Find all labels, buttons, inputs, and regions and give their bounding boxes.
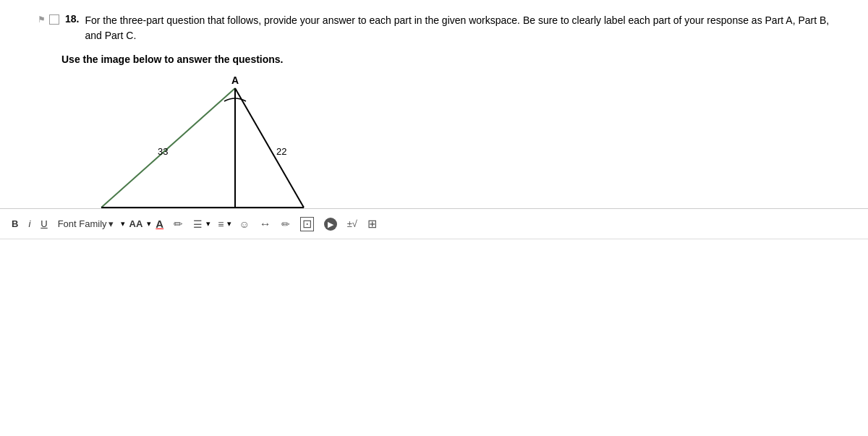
question-text: For the three-part question that follows…: [85, 13, 846, 43]
emoji-icon: ☺: [239, 218, 249, 230]
question-area: ⚑ 18. For the three-part question that f…: [0, 0, 868, 208]
svg-line-1: [235, 88, 304, 208]
align-left-button[interactable]: ☰: [190, 217, 205, 231]
side-ac-label: 22: [276, 146, 286, 157]
workspace-area[interactable]: [0, 239, 868, 436]
align-left-arrow: ▾: [206, 219, 210, 228]
font-size-group: ▾ AA ▾ A: [121, 216, 167, 231]
pencil2-icon: ✏: [281, 218, 290, 230]
triangle-figure: A B C D 33 22 x 4: [80, 74, 326, 208]
flag-icon[interactable]: ⚑: [36, 14, 46, 25]
triangle-svg: A B C D 33 22 x 4: [80, 74, 326, 208]
play-icon: ▶: [324, 218, 337, 231]
main-container: ⚑ 18. For the three-part question that f…: [0, 0, 868, 436]
underline-button[interactable]: U: [38, 217, 50, 231]
image-icon: ⊡: [300, 217, 314, 231]
font-size-arrow2-icon: ▾: [147, 219, 151, 228]
image-button[interactable]: ⊡: [297, 215, 317, 233]
use-image-text: Use the image below to answer the questi…: [61, 54, 846, 65]
link-icon: ↔: [260, 218, 271, 231]
font-family-arrow-icon: ▾: [109, 218, 114, 229]
font-color-button[interactable]: A: [153, 216, 166, 231]
play-button[interactable]: ▶: [321, 216, 340, 232]
align-group: ☰ ▾: [190, 217, 210, 231]
math-button[interactable]: ±√: [344, 217, 360, 231]
bold-button[interactable]: B: [9, 217, 21, 231]
bookmark-icon[interactable]: [49, 14, 59, 25]
list-icon: ≡: [218, 218, 224, 230]
vertex-a-label: A: [231, 74, 239, 86]
question-header: ⚑ 18. For the three-part question that f…: [36, 13, 846, 43]
side-ab-label: 33: [158, 146, 168, 157]
link-button[interactable]: ↔: [257, 216, 274, 232]
question-number: 18.: [65, 13, 79, 25]
math-icon: ±√: [347, 218, 357, 229]
emoji-button[interactable]: ☺: [236, 217, 252, 231]
list-group: ≡ ▾: [215, 217, 231, 231]
italic-button[interactable]: i: [25, 217, 33, 231]
table-button[interactable]: ⊞: [365, 215, 380, 232]
font-family-label: Font Family: [58, 218, 107, 229]
font-family-dropdown[interactable]: Font Family ▾: [55, 217, 116, 231]
list-button[interactable]: ≡: [215, 217, 226, 231]
question-icons: ⚑: [36, 14, 59, 25]
table-icon: ⊞: [367, 217, 377, 231]
pencil-icon-button[interactable]: ✏: [171, 216, 186, 232]
font-size-arrow-icon: ▾: [121, 219, 125, 228]
list-arrow: ▾: [227, 219, 231, 228]
svg-line-0: [101, 88, 235, 208]
align-left-icon: ☰: [193, 218, 203, 230]
font-size-button[interactable]: AA: [127, 217, 146, 231]
pencil2-button[interactable]: ✏: [278, 217, 293, 231]
toolbar: B i U Font Family ▾ ▾ AA ▾ A ✏ ☰ ▾ ≡ ▾: [0, 208, 868, 239]
